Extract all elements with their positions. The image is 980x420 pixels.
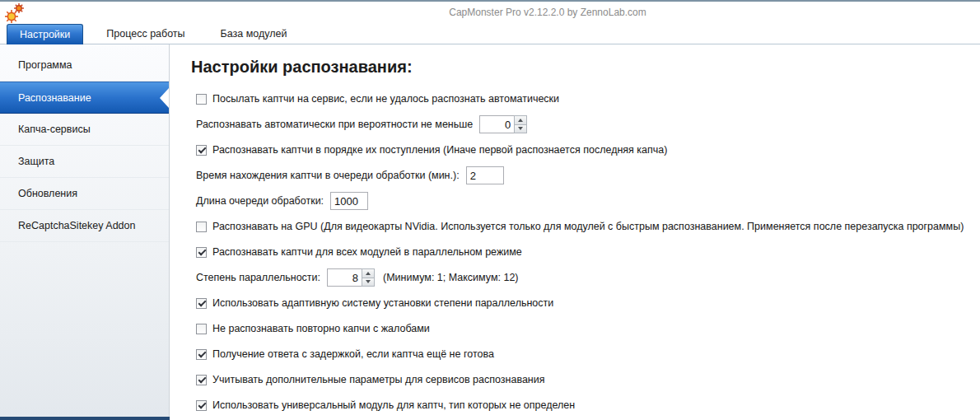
setting-row-gpu-recognition: Распознавать на GPU (Для видеокарты NVid… <box>196 214 980 239</box>
checkbox-delayed-answer[interactable] <box>196 349 207 360</box>
setting-row-parallel-mode: Распознавать каптчи для всех модулей в п… <box>196 240 980 264</box>
setting-row-min-probability: Распознавать автоматически при вероятнос… <box>196 112 980 137</box>
text-input-queue-length[interactable] <box>330 192 368 210</box>
setting-row-queue-time-min: Время нахождения каптчи в очереди обрабо… <box>196 163 980 188</box>
checkbox-label-queue-order: Распознавать каптчи в порядке их поступл… <box>212 144 667 156</box>
setting-row-queue-order: Распознавать каптчи в порядке их поступл… <box>196 138 980 162</box>
setting-row-extra-service-params: Учитывать дополнительные параметры для с… <box>196 367 980 392</box>
sidebar-item-kaptcha-servisy[interactable]: Капча-сервисы <box>0 114 169 146</box>
field-label-queue-time-min: Время нахождения каптчи в очереди обрабо… <box>196 170 460 181</box>
sidebar-item-programma[interactable]: Программа <box>0 49 169 82</box>
spinner-min-probability <box>479 115 527 133</box>
sidebar-item-recaptchasitekey-addon[interactable]: ReCaptchaSitekey Addon <box>0 210 169 242</box>
setting-row-send-to-service: Посылать каптчи на сервис, если не удало… <box>196 86 980 111</box>
setting-row-universal-module: Использовать универсальный модуль для ка… <box>196 393 980 418</box>
spinner-input-min-probability[interactable] <box>479 115 514 133</box>
field-label-queue-length: Длина очереди обработки: <box>196 195 324 207</box>
spinner-parallel-degree <box>327 268 375 287</box>
checkbox-parallel-mode[interactable] <box>196 247 207 258</box>
settings-rows: Посылать каптчи на сервис, если не удало… <box>196 86 980 418</box>
text-input-queue-time-min[interactable] <box>466 166 504 184</box>
checkbox-adaptive-parallel[interactable] <box>196 298 207 309</box>
page-title: Настройки распознавания: <box>191 58 980 77</box>
sidebar-item-obnovleniya[interactable]: Обновления <box>0 178 169 210</box>
tab-процесс-работы[interactable]: Процесс работы <box>94 25 197 44</box>
spinner-up-arrow-icon[interactable] <box>514 115 527 125</box>
field-label-parallel-degree: Степень параллельности: <box>196 272 320 283</box>
checkbox-extra-service-params[interactable] <box>196 375 207 385</box>
spinner-down-arrow-icon[interactable] <box>362 278 375 287</box>
spinner-down-arrow-icon[interactable] <box>514 125 527 134</box>
sidebar-item-zashchita[interactable]: Защита <box>0 146 169 178</box>
capmonster-window: CapMonster Pro v2.12.2.0 by ZennoLab.com… <box>0 0 980 420</box>
window-title: CapMonster Pro v2.12.2.0 by ZennoLab.com <box>0 2 980 23</box>
checkbox-label-extra-service-params: Учитывать дополнительные параметры для с… <box>212 374 545 385</box>
checkbox-universal-module[interactable] <box>196 400 207 411</box>
checkbox-label-universal-module: Использовать универсальный модуль для ка… <box>212 399 575 411</box>
checkbox-label-send-to-service: Посылать каптчи на сервис, если не удало… <box>212 93 559 105</box>
checkbox-label-delayed-answer: Получение ответа с задержкой, если каптч… <box>212 348 494 360</box>
field-label-min-probability: Распознавать автоматически при вероятнос… <box>196 119 473 130</box>
tab-база-модулей[interactable]: База модулей <box>208 25 300 44</box>
tab-настройки[interactable]: Настройки <box>7 24 83 44</box>
setting-row-no-repeat-complaints: Не распознавать повторно капчи с жалобам… <box>196 316 980 341</box>
settings-panel: Настройки распознавания: Посылать каптчи… <box>170 44 980 420</box>
spinner-up-arrow-icon[interactable] <box>362 268 375 278</box>
setting-row-delayed-answer: Получение ответа с задержкой, если каптч… <box>196 342 980 366</box>
checkbox-label-gpu-recognition: Распознавать на GPU (Для видеокарты NVid… <box>212 221 964 232</box>
checkbox-gpu-recognition[interactable] <box>196 222 207 232</box>
checkbox-label-no-repeat-complaints: Не распознавать повторно капчи с жалобам… <box>212 323 430 334</box>
title-bar: CapMonster Pro v2.12.2.0 by ZennoLab.com <box>0 2 980 23</box>
sidebar-bottom-strip <box>0 417 170 420</box>
checkbox-label-adaptive-parallel: Использовать адаптивную систему установк… <box>212 297 553 309</box>
setting-row-adaptive-parallel: Использовать адаптивную систему установк… <box>196 291 980 315</box>
spinner-input-parallel-degree[interactable] <box>327 268 362 287</box>
checkbox-no-repeat-complaints[interactable] <box>196 324 207 334</box>
checkbox-send-to-service[interactable] <box>196 94 207 105</box>
sidebar: ПрограммаРаспознаваниеКапча-сервисыЗащит… <box>0 44 170 420</box>
checkbox-label-parallel-mode: Распознавать каптчи для всех модулей в п… <box>212 246 522 258</box>
setting-row-parallel-degree: Степень параллельности:(Минимум: 1; Макс… <box>196 265 980 290</box>
tab-bar: НастройкиПроцесс работыБаза модулей <box>0 23 980 44</box>
checkbox-queue-order[interactable] <box>196 145 207 156</box>
sidebar-item-raspoznavanie[interactable]: Распознавание <box>0 82 169 114</box>
spinner-buttons-min-probability <box>514 115 527 133</box>
setting-row-queue-length: Длина очереди обработки: <box>196 189 980 213</box>
field-note-parallel-degree: (Минимум: 1; Максимум: 12) <box>383 272 519 283</box>
window-body: ПрограммаРаспознаваниеКапча-сервисыЗащит… <box>0 44 980 420</box>
gears-logo-icon <box>4 2 26 24</box>
spinner-buttons-parallel-degree <box>362 268 375 287</box>
